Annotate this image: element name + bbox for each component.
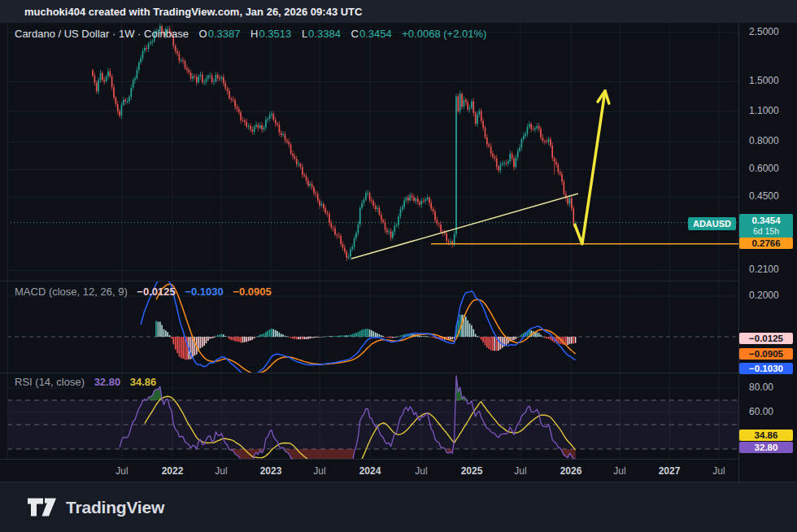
- high-label: H0.3513: [250, 28, 291, 40]
- close-label: C0.3454: [351, 28, 392, 40]
- arrow-drawing: [575, 91, 605, 244]
- rsi-ma-value: 34.86: [130, 376, 157, 388]
- symbol-legend[interactable]: Cardano / US Dollar · 1W · Coinbase O0.3…: [15, 28, 486, 40]
- tradingview-chart-page: { "top_bar": { "attribution": "muchoki40…: [0, 0, 797, 532]
- price-axis-tick: 0.2100: [749, 264, 779, 275]
- rsi-params: (14, close): [35, 376, 85, 388]
- symbol-price-label: ADAUSD: [688, 217, 736, 230]
- time-axis-label: 2023: [260, 465, 282, 477]
- time-axis-label: Jul: [215, 465, 227, 477]
- price-grid-vertical: [122, 23, 719, 281]
- time-axis-label: 2024: [359, 465, 381, 477]
- macd-hist-value: −0.0125: [137, 286, 175, 298]
- high-value: 0.3513: [259, 28, 291, 40]
- pane-separator-price-macd[interactable]: [0, 281, 738, 281]
- macd-signal-value: −0.0905: [233, 286, 271, 298]
- time-axis-label: 2026: [560, 465, 582, 477]
- bar-countdown: 6d 15h: [739, 226, 793, 237]
- time-axis-label: 2022: [162, 465, 184, 477]
- rsi-axis-tick: 60.00: [749, 406, 773, 417]
- exchange-label: Coinbase: [144, 28, 189, 40]
- time-axis-label: Jul: [712, 465, 725, 477]
- macd-params: (close, 12, 26, 9): [49, 286, 128, 298]
- rsi-oversold-fill: [562, 449, 576, 459]
- time-axis-label: Jul: [514, 465, 526, 477]
- price-axis-tick: 2.5000: [749, 26, 779, 37]
- price-grid-horizontal: [7, 33, 738, 270]
- tradingview-logo-icon[interactable]: [28, 497, 57, 517]
- macd-axis-tick: 0.2000: [749, 290, 779, 301]
- price-axis-tick: 1.5000: [749, 75, 779, 86]
- time-axis-label: Jul: [313, 465, 325, 477]
- open-label: O0.3387: [199, 28, 241, 40]
- macd-name: MACD: [15, 286, 46, 298]
- rsi-ma-badge: 34.86: [739, 430, 793, 441]
- current-price-badge: 0.3454 6d 15h: [739, 214, 793, 238]
- attribution-text: muchoki404 created with TradingView.com,…: [24, 6, 362, 18]
- time-axis-label: 2027: [659, 465, 681, 477]
- symbol-title: Cardano / US Dollar: [15, 28, 109, 40]
- current-price-value: 0.3454: [739, 216, 793, 226]
- price-axis-tick: 0.8000: [749, 135, 779, 146]
- price-pane[interactable]: [0, 23, 738, 281]
- price-axis-tick: 0.4500: [749, 190, 779, 202]
- price-axis-tick: 0.6000: [749, 163, 779, 174]
- rsi-name: RSI: [15, 376, 33, 388]
- separator-dot: ·: [112, 28, 115, 40]
- low-label: L0.3384: [302, 28, 341, 40]
- tradingview-logo-text[interactable]: TradingView: [66, 498, 164, 517]
- rsi-value-badge: 32.80: [739, 442, 793, 453]
- time-scale[interactable]: Jul2022Jul2023Jul2024Jul2025Jul2026Jul20…: [0, 460, 738, 482]
- price-axis-tick: 1.1000: [749, 105, 779, 116]
- low-value: 0.3384: [308, 28, 341, 40]
- close-value: 0.3454: [359, 28, 392, 40]
- arrow-head: [605, 91, 609, 103]
- interval-label[interactable]: 1W: [119, 28, 135, 40]
- support-level-badge: 0.2766: [739, 238, 793, 249]
- plot-left-border: [7, 23, 8, 460]
- rsi-legend[interactable]: RSI (14, close) 32.80 34.86: [15, 376, 156, 388]
- macd-line-badge: −0.1030: [739, 363, 793, 374]
- time-axis-label: Jul: [415, 465, 427, 477]
- rsi-value: 32.80: [94, 376, 121, 388]
- macd-hist-badge: −0.0125: [739, 333, 793, 344]
- price-scale-border: [738, 23, 739, 482]
- macd-legend[interactable]: MACD (close, 12, 26, 9) −0.0125 −0.1030 …: [15, 286, 272, 298]
- rsi-oversold-fill: [285, 449, 355, 459]
- time-axis-label: Jul: [613, 465, 625, 477]
- change-value: +0.0068 (+2.01%): [402, 28, 486, 40]
- separator-dot: ·: [137, 28, 141, 40]
- attribution-bar: muchoki404 created with TradingView.com,…: [0, 0, 797, 23]
- pane-separator-macd-rsi[interactable]: [0, 373, 738, 373]
- macd-signal-badge: −0.0905: [739, 348, 793, 360]
- macd-line-value: −0.1030: [185, 286, 223, 298]
- footer-bar: TradingView: [0, 482, 797, 532]
- time-axis-label: Jul: [115, 465, 128, 477]
- rsi-axis-tick: 80.00: [749, 382, 773, 393]
- open-value: 0.3387: [208, 28, 241, 40]
- time-axis-label: 2025: [461, 465, 483, 477]
